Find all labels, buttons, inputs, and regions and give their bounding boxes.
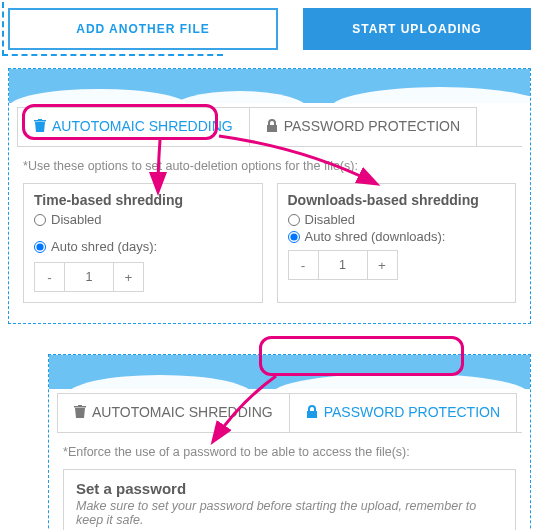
panel-shredding: AUTOTOMAIC SHREDDING PASSWORD PROTECTION… [8,68,531,324]
downloads-plus-button[interactable]: + [367,251,397,279]
password-caption: Enforce the use of a password to be able… [63,445,516,459]
downloads-auto-input[interactable] [288,231,300,243]
tab-password-2-label: PASSWORD PROTECTION [324,404,500,420]
tab-shredding[interactable]: AUTOTOMAIC SHREDDING [17,107,250,146]
panel-password: AUTOTOMAIC SHREDDING PASSWORD PROTECTION… [48,354,531,530]
add-another-file-button[interactable]: ADD ANOTHER FILE [8,8,278,50]
time-disabled-input[interactable] [34,214,46,226]
downloads-auto-label: Auto shred (downloads): [305,229,446,244]
downloads-shredding-box: Downloads-based shredding Disabled Auto … [277,183,517,303]
svg-point-2 [330,87,530,103]
lock-icon [266,119,278,133]
downloads-title: Downloads-based shredding [288,192,506,208]
svg-point-3 [68,375,253,389]
password-hint: Make sure to set your password before st… [76,499,503,527]
time-plus-button[interactable]: + [113,263,143,291]
downloads-disabled-input[interactable] [288,214,300,226]
time-title: Time-based shredding [34,192,252,208]
downloads-disabled-label: Disabled [305,212,356,227]
time-auto-label: Auto shred (days): [51,239,157,254]
password-box: Set a password Make sure to set your pas… [63,469,516,530]
downloads-disabled-radio[interactable]: Disabled [288,212,506,227]
downloads-minus-button[interactable]: - [289,251,319,279]
trash-icon [74,405,86,419]
downloads-stepper: - 1 + [288,250,398,280]
tab-password[interactable]: PASSWORD PROTECTION [250,107,477,146]
tab-shredding-label: AUTOTOMAIC SHREDDING [52,118,233,134]
time-disabled-radio[interactable]: Disabled [34,212,252,227]
tab-shredding-2[interactable]: AUTOTOMAIC SHREDDING [57,393,290,432]
lock-icon [306,405,318,419]
tab-password-label: PASSWORD PROTECTION [284,118,460,134]
svg-point-0 [9,89,189,103]
panel-header-sky-2 [49,355,530,389]
password-title: Set a password [76,480,503,497]
panel-header-sky [9,69,530,103]
time-auto-input[interactable] [34,241,46,253]
time-auto-radio[interactable]: Auto shred (days): [34,239,157,254]
tab-shredding-2-label: AUTOTOMAIC SHREDDING [92,404,273,420]
svg-point-4 [271,373,530,389]
downloads-auto-radio[interactable]: Auto shred (downloads): [288,229,506,244]
downloads-value: 1 [319,251,367,279]
time-value: 1 [65,263,113,291]
time-disabled-label: Disabled [51,212,102,227]
trash-icon [34,119,46,133]
shredding-caption: Use these options to set auto-deletion o… [23,159,516,173]
time-stepper: - 1 + [34,262,144,292]
tab-password-2[interactable]: PASSWORD PROTECTION [290,393,517,432]
start-uploading-button[interactable]: START UPLOADING [303,8,531,50]
svg-point-1 [169,91,309,103]
time-shredding-box: Time-based shredding Disabled Auto shred… [23,183,263,303]
time-minus-button[interactable]: - [35,263,65,291]
